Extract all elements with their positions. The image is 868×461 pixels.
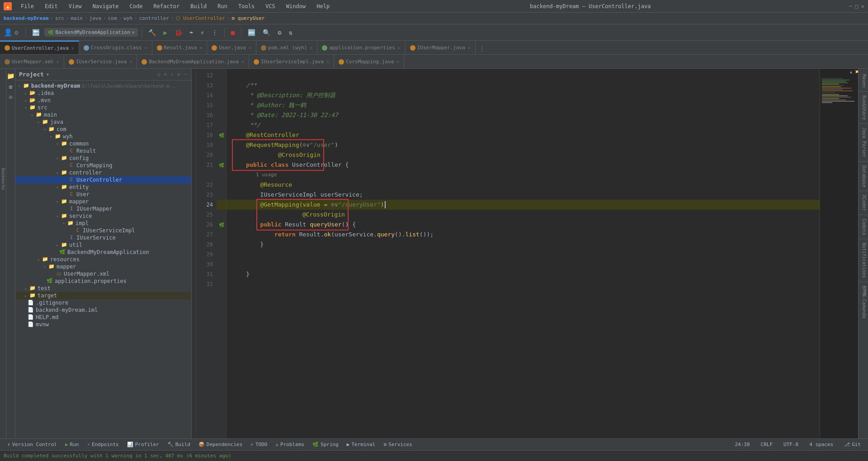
tab-corsmapping[interactable]: CorsMapping.java ✕ [334,55,404,68]
tree-item-root[interactable]: ▾ 📁 backend-myDream D:\Tools\JavaWorkSpa… [15,82,191,89]
minimize-btn[interactable]: ─ [849,3,852,9]
tree-item-iml[interactable]: 📄 backend-myDream.iml [15,306,191,314]
tab-close-user[interactable]: ✕ [249,45,251,50]
tab-result[interactable]: Result.java ✕ [152,41,208,54]
structure-icon[interactable]: ≡ [9,83,12,90]
tab-close-corsmapping[interactable]: ✕ [396,59,399,64]
tab-close-iuserservice[interactable]: ✕ [129,59,132,64]
menu-code[interactable]: Code [128,2,145,10]
tab-close-usermapper[interactable]: ✕ [57,59,59,64]
run-btn[interactable]: ▶ [160,28,170,38]
tab-user[interactable]: User.java ✕ [207,41,256,54]
tree-item-common[interactable]: ▾ 📁 common [15,140,191,147]
tab-close-usercontroller[interactable]: ✕ [71,46,74,51]
code-editor[interactable]: 12 13 14 15 16 17 18 19 20 21 22 23 24 2… [192,69,858,438]
tab-close-iuserserviceimpl[interactable]: ✕ [326,59,329,64]
maven-panel-label[interactable]: Maven [859,71,868,92]
back-btn[interactable]: 🔙 [29,28,42,38]
tree-item-appprops[interactable]: 🌿 application.properties [15,278,191,285]
tab-iuserservice[interactable]: IUserService.java ✕ [64,55,137,68]
code-content[interactable]: /** * @Description: 用户控制器 * @Author: 魏一鹤… [226,69,820,438]
tree-item-corsmapping[interactable]: C CorsMapping [15,162,191,169]
tab-iusermapper[interactable]: IUserMapper.java ✕ [406,41,476,54]
tree-item-help[interactable]: 📄 HELP.md [15,314,191,321]
breadcrumb-src[interactable]: src [55,15,64,21]
breadcrumb-root[interactable]: backend-myDream [4,15,48,21]
tree-item-result[interactable]: C Result [15,147,191,155]
tree-item-target[interactable]: ▸ 📁 target [15,292,191,299]
status-todo[interactable]: ✓ TODO [247,441,271,448]
tree-item-controller[interactable]: ▾ 📁 controller [15,169,191,176]
tab-usercontroller[interactable]: UserController.java ✕ [0,41,79,54]
project-icon[interactable]: 📁 [7,72,14,80]
menu-help[interactable]: Help [315,2,331,10]
tab-more-btn[interactable]: ⋮ [476,43,488,54]
tab-iuserserviceimpl[interactable]: IUserServiceImpl.java ✕ [249,55,334,68]
tab-appprops[interactable]: application.properties ✕ [317,41,406,54]
breadcrumb-main[interactable]: main [71,15,83,21]
left-icon3[interactable]: ⊞ [9,94,12,100]
panel-settings-btn[interactable]: ⚙ [176,71,181,78]
tree-item-gitignore[interactable]: 📄 .gitignore [15,299,191,306]
menu-tools[interactable]: Tools [236,2,256,10]
profile-btn[interactable]: 👤 [4,28,13,37]
settings2-btn[interactable]: ⚙ [275,28,284,38]
more-run-btn[interactable]: ⋮ [209,28,221,38]
stop-btn[interactable]: ■ [228,28,237,38]
tree-item-src[interactable]: ▾ 📁 src [15,104,191,111]
status-position[interactable]: 24:38 [731,441,753,448]
search-btn[interactable]: 🔍 [260,28,273,38]
tree-item-idea[interactable]: ▸ 📂 .idea [15,89,191,97]
tab-close-result[interactable]: ✕ [199,45,202,50]
notifications-panel-label[interactable]: Notifications [859,239,868,282]
breadcrumb-queryuser[interactable]: m queryUser [232,15,265,21]
run-config[interactable]: 🌿 BackendMyDreamApplication ▼ [44,28,138,37]
status-git[interactable]: ⎇ Git [840,441,864,448]
database-panel-label[interactable]: Database [859,162,868,191]
status-problems[interactable]: ⚠ Problems [272,441,308,448]
status-services[interactable]: ⚙ Services [380,441,416,448]
panel-locate-btn[interactable]: ◎ [156,71,161,78]
panel-sort-btn[interactable]: ↕ [170,71,175,78]
status-encoding[interactable]: UTF-8 [780,441,802,448]
menu-vcs[interactable]: VCS [264,2,277,10]
tree-item-iuserservice[interactable]: I IUserService [15,234,191,241]
menu-file[interactable]: File [19,2,36,10]
tree-item-entity[interactable]: ▾ 📁 entity [15,183,191,191]
gutter-18[interactable]: 🌿 [217,130,226,140]
tree-item-iusermapper[interactable]: I IUserMapper [15,205,191,212]
tree-item-util[interactable]: ▸ 📁 util [15,241,191,249]
git-btn[interactable]: ⇅ [286,28,295,38]
tree-item-mvn[interactable]: ▸ 📂 .mvn [15,97,191,104]
java-parser-panel-label[interactable]: Java Parser [859,124,868,161]
tree-item-res-mapper[interactable]: ▾ 📁 mapper [15,263,191,270]
tree-item-usercontroller[interactable]: C UserController [15,176,191,183]
breadcrumb-controller[interactable]: controller [139,15,169,21]
tree-item-mvnw[interactable]: 📄 mvnw [15,321,191,328]
menu-run[interactable]: Run [216,2,229,10]
tab-usermapper[interactable]: UserMapper.xml ✕ [0,55,64,68]
status-terminal[interactable]: ▶ Terminal [343,441,379,448]
tree-item-impl[interactable]: ▾ 📁 impl [15,220,191,227]
close-btn[interactable]: ✕ [861,3,864,9]
translate-btn[interactable]: 🔤 [245,28,258,38]
status-dependencies[interactable]: 📦 Dependencies [195,441,246,448]
breadcrumb-com[interactable]: com [108,15,117,21]
breadcrumb-wyh[interactable]: wyh [123,15,132,21]
tree-item-mapper[interactable]: ▾ 📁 mapper [15,198,191,205]
status-profiler[interactable]: 📊 Profiler [123,441,163,448]
panel-expand-btn[interactable]: ≡ [163,71,168,78]
tree-item-iuserserviceimpl[interactable]: C IUserServiceImpl [15,227,191,234]
maximize-btn[interactable]: □ [855,3,859,9]
tree-item-config[interactable]: ▾ 📁 config [15,155,191,162]
status-run[interactable]: ▶ Run [61,441,83,448]
panel-hide-btn[interactable]: ─ [183,71,188,78]
settings-btn[interactable]: ⚙ [14,29,18,36]
breadcrumb-java[interactable]: java [90,15,102,21]
menu-view[interactable]: View [67,2,84,10]
gutter-26[interactable]: 🌿 [217,220,226,230]
tab-close-iusermapper[interactable]: ✕ [468,45,471,50]
tree-item-main[interactable]: ▾ 📁 main [15,111,191,118]
tab-crossorigin[interactable]: CrossOrigin.class ✕ [79,41,152,54]
run-share-panel-label[interactable]: Run&Share [859,92,868,124]
